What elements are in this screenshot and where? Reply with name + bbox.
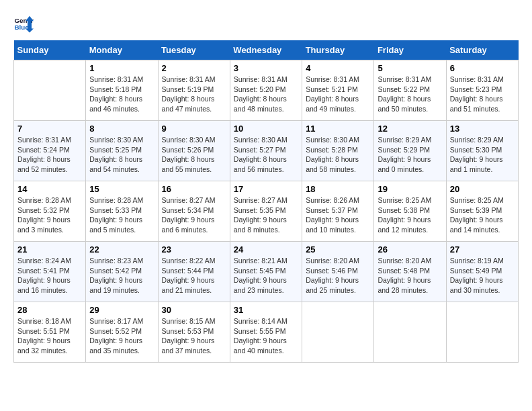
day-cell: 8Sunrise: 8:30 AM Sunset: 5:25 PM Daylig… [86,121,158,181]
day-number: 17 [234,184,298,194]
day-cell: 22Sunrise: 8:23 AM Sunset: 5:42 PM Dayli… [86,242,158,302]
day-cell: 31Sunrise: 8:14 AM Sunset: 5:55 PM Dayli… [230,302,302,363]
col-header-sunday: Sunday [14,40,86,60]
col-header-wednesday: Wednesday [230,40,302,60]
day-number: 22 [89,244,154,255]
day-cell: 5Sunrise: 8:31 AM Sunset: 5:22 PM Daylig… [374,60,446,121]
day-number: 18 [306,184,370,194]
day-number: 13 [450,124,515,134]
day-number: 12 [378,124,442,134]
day-number: 26 [378,244,442,255]
day-number: 8 [89,124,154,134]
day-cell: 1Sunrise: 8:31 AM Sunset: 5:18 PM Daylig… [86,60,158,121]
col-header-tuesday: Tuesday [158,40,230,60]
day-cell: 7Sunrise: 8:31 AM Sunset: 5:24 PM Daylig… [14,121,86,181]
day-info: Sunrise: 8:27 AM Sunset: 5:34 PM Dayligh… [162,195,226,235]
day-info: Sunrise: 8:29 AM Sunset: 5:30 PM Dayligh… [450,135,515,175]
day-info: Sunrise: 8:28 AM Sunset: 5:32 PM Dayligh… [17,195,82,235]
day-info: Sunrise: 8:19 AM Sunset: 5:49 PM Dayligh… [450,256,515,295]
day-info: Sunrise: 8:30 AM Sunset: 5:28 PM Dayligh… [306,135,370,175]
day-cell: 29Sunrise: 8:17 AM Sunset: 5:52 PM Dayli… [86,302,158,363]
day-info: Sunrise: 8:26 AM Sunset: 5:37 PM Dayligh… [306,195,370,235]
calendar-table: SundayMondayTuesdayWednesdayThursdayFrid… [13,40,519,363]
day-info: Sunrise: 8:24 AM Sunset: 5:41 PM Dayligh… [17,256,82,295]
week-row-2: 7Sunrise: 8:31 AM Sunset: 5:24 PM Daylig… [14,121,519,181]
day-number: 28 [17,305,82,315]
day-info: Sunrise: 8:14 AM Sunset: 5:55 PM Dayligh… [234,316,298,356]
day-number: 16 [162,184,226,194]
day-number: 27 [450,244,515,255]
week-row-5: 28Sunrise: 8:18 AM Sunset: 5:51 PM Dayli… [14,302,519,363]
day-cell: 17Sunrise: 8:27 AM Sunset: 5:35 PM Dayli… [230,181,302,242]
day-number: 11 [306,124,370,134]
day-info: Sunrise: 8:31 AM Sunset: 5:24 PM Dayligh… [17,135,82,175]
day-cell: 16Sunrise: 8:27 AM Sunset: 5:34 PM Dayli… [158,181,230,242]
day-number: 7 [17,124,82,134]
day-info: Sunrise: 8:31 AM Sunset: 5:23 PM Dayligh… [450,75,515,114]
day-cell: 23Sunrise: 8:22 AM Sunset: 5:44 PM Dayli… [158,242,230,302]
day-info: Sunrise: 8:30 AM Sunset: 5:25 PM Dayligh… [89,135,154,175]
day-number: 15 [89,184,154,194]
day-number: 6 [450,63,515,73]
day-cell [14,60,86,121]
day-info: Sunrise: 8:31 AM Sunset: 5:21 PM Dayligh… [306,75,370,114]
day-info: Sunrise: 8:20 AM Sunset: 5:48 PM Dayligh… [378,256,442,295]
day-cell: 14Sunrise: 8:28 AM Sunset: 5:32 PM Dayli… [14,181,86,242]
day-cell: 25Sunrise: 8:20 AM Sunset: 5:46 PM Dayli… [302,242,374,302]
day-info: Sunrise: 8:31 AM Sunset: 5:22 PM Dayligh… [378,75,442,114]
page-header: General Blue [13,13,519,34]
day-cell [374,302,446,363]
day-number: 5 [378,63,442,73]
day-info: Sunrise: 8:28 AM Sunset: 5:33 PM Dayligh… [89,195,154,235]
day-cell: 13Sunrise: 8:29 AM Sunset: 5:30 PM Dayli… [446,121,518,181]
day-cell: 3Sunrise: 8:31 AM Sunset: 5:20 PM Daylig… [230,60,302,121]
day-cell: 2Sunrise: 8:31 AM Sunset: 5:19 PM Daylig… [158,60,230,121]
day-cell: 11Sunrise: 8:30 AM Sunset: 5:28 PM Dayli… [302,121,374,181]
day-info: Sunrise: 8:31 AM Sunset: 5:18 PM Dayligh… [89,75,154,114]
day-number: 3 [234,63,298,73]
day-cell [446,302,518,363]
day-cell: 30Sunrise: 8:15 AM Sunset: 5:53 PM Dayli… [158,302,230,363]
day-cell: 24Sunrise: 8:21 AM Sunset: 5:45 PM Dayli… [230,242,302,302]
col-header-saturday: Saturday [446,40,518,60]
day-info: Sunrise: 8:27 AM Sunset: 5:35 PM Dayligh… [234,195,298,235]
day-cell: 15Sunrise: 8:28 AM Sunset: 5:33 PM Dayli… [86,181,158,242]
day-info: Sunrise: 8:18 AM Sunset: 5:51 PM Dayligh… [17,316,82,356]
logo: General Blue [13,13,37,34]
day-info: Sunrise: 8:15 AM Sunset: 5:53 PM Dayligh… [162,316,226,356]
day-number: 10 [234,124,298,134]
day-info: Sunrise: 8:23 AM Sunset: 5:42 PM Dayligh… [89,256,154,295]
col-header-friday: Friday [374,40,446,60]
day-number: 4 [306,63,370,73]
day-number: 1 [89,63,154,73]
day-info: Sunrise: 8:25 AM Sunset: 5:39 PM Dayligh… [450,195,515,235]
day-number: 24 [234,244,298,255]
day-number: 21 [17,244,82,255]
day-cell: 18Sunrise: 8:26 AM Sunset: 5:37 PM Dayli… [302,181,374,242]
day-number: 20 [450,184,515,194]
week-row-4: 21Sunrise: 8:24 AM Sunset: 5:41 PM Dayli… [14,242,519,302]
day-cell: 9Sunrise: 8:30 AM Sunset: 5:26 PM Daylig… [158,121,230,181]
day-info: Sunrise: 8:30 AM Sunset: 5:27 PM Dayligh… [234,135,298,175]
day-cell: 27Sunrise: 8:19 AM Sunset: 5:49 PM Dayli… [446,242,518,302]
day-number: 29 [89,305,154,315]
day-number: 19 [378,184,442,194]
day-info: Sunrise: 8:30 AM Sunset: 5:26 PM Dayligh… [162,135,226,175]
day-cell: 26Sunrise: 8:20 AM Sunset: 5:48 PM Dayli… [374,242,446,302]
day-info: Sunrise: 8:22 AM Sunset: 5:44 PM Dayligh… [162,256,226,295]
day-cell: 4Sunrise: 8:31 AM Sunset: 5:21 PM Daylig… [302,60,374,121]
day-number: 9 [162,124,226,134]
day-info: Sunrise: 8:20 AM Sunset: 5:46 PM Dayligh… [306,256,370,295]
day-cell: 10Sunrise: 8:30 AM Sunset: 5:27 PM Dayli… [230,121,302,181]
day-info: Sunrise: 8:31 AM Sunset: 5:19 PM Dayligh… [162,75,226,114]
day-number: 23 [162,244,226,255]
logo-icon: General Blue [13,13,34,34]
day-cell: 12Sunrise: 8:29 AM Sunset: 5:29 PM Dayli… [374,121,446,181]
day-info: Sunrise: 8:25 AM Sunset: 5:38 PM Dayligh… [378,195,442,235]
day-cell [302,302,374,363]
day-cell: 21Sunrise: 8:24 AM Sunset: 5:41 PM Dayli… [14,242,86,302]
day-cell: 6Sunrise: 8:31 AM Sunset: 5:23 PM Daylig… [446,60,518,121]
day-number: 30 [162,305,226,315]
day-number: 14 [17,184,82,194]
day-number: 2 [162,63,226,73]
